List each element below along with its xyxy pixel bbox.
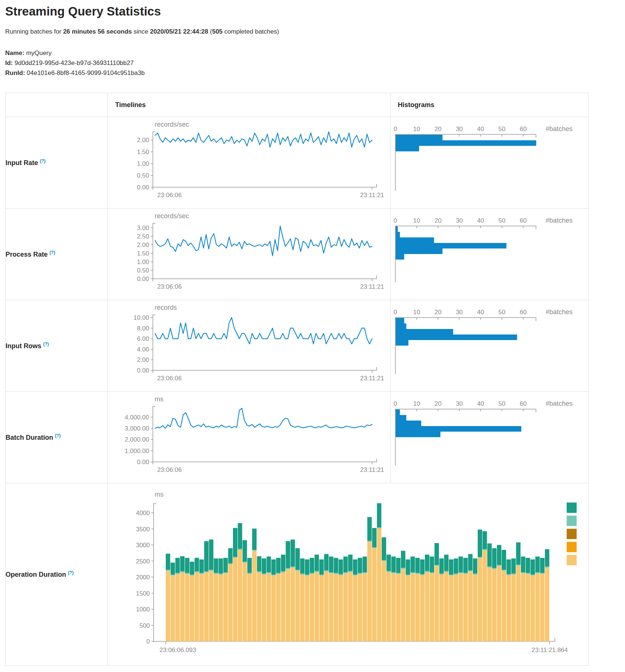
stacked-bar-bottom: [238, 550, 242, 641]
stacked-bar-bottom: [190, 576, 194, 641]
stacked-bar-middle: [238, 549, 242, 550]
summary-prefix: Running batches for: [5, 28, 63, 35]
stacked-bar-top: [430, 556, 434, 572]
stacked-bar-bottom: [545, 568, 549, 641]
stacked-bar-bottom: [339, 575, 343, 641]
stacked-bar-top: [219, 559, 223, 574]
stacked-bar-top: [391, 556, 396, 572]
stacked-bar-top: [271, 559, 276, 575]
svg-text:0: 0: [394, 217, 397, 224]
stacked-bar-bottom: [276, 574, 281, 641]
stacked-bar-middle: [199, 573, 204, 574]
stacked-bar-bottom: [521, 573, 525, 641]
stacked-bar-bottom: [223, 573, 228, 641]
svg-text:40: 40: [477, 217, 484, 224]
svg-text:10: 10: [413, 126, 420, 133]
svg-text:10: 10: [413, 400, 420, 407]
stacked-bar-bottom: [252, 551, 257, 641]
timeline-line: [155, 408, 372, 429]
stacked-bar-bottom: [396, 574, 401, 641]
query-runid-row: RunId: 04e101e6-8bf8-4165-9099-9104c951b…: [5, 68, 620, 78]
stacked-bar-bottom: [454, 575, 458, 641]
stacked-bar-bottom: [291, 568, 295, 641]
histogram-bar: [395, 323, 406, 329]
stacked-bar-top: [411, 556, 415, 572]
x-axis: [153, 275, 377, 279]
svg-text:50: 50: [498, 309, 505, 316]
histogram-bar: [395, 232, 400, 237]
stacked-bar-bottom: [382, 561, 386, 642]
stacked-bar-middle: [454, 573, 458, 575]
stacked-bar-middle: [247, 573, 252, 574]
stacked-bar-top: [281, 555, 285, 571]
stacked-bar-bottom: [516, 566, 521, 641]
table-row-input-rate: Input Rate (?) records/sec0.000.501.001.…: [6, 117, 589, 209]
histogram-bar: [395, 140, 536, 146]
stacked-bar-top: [204, 541, 209, 572]
query-metadata: Name: myQuery Id: 9d0dd219-995d-423e-b97…: [5, 48, 620, 78]
stacked-bar-bottom: [329, 573, 333, 641]
stacked-bar-top: [199, 559, 204, 573]
stacked-bar-bottom: [286, 569, 290, 641]
svg-text:40: 40: [477, 309, 484, 316]
svg-text:2500: 2500: [136, 558, 150, 565]
svg-text:0.50: 0.50: [137, 267, 149, 274]
unit-label: ms: [155, 491, 164, 498]
help-icon-operation-duration[interactable]: (?): [68, 570, 73, 575]
stacked-bar-top: [521, 556, 525, 572]
svg-text:50: 50: [498, 217, 505, 224]
stacked-bar-middle: [473, 573, 477, 575]
svg-text:50: 50: [498, 126, 505, 133]
stacked-bar-top: [492, 548, 497, 568]
stacked-bar-top: [180, 556, 185, 571]
legend-swatch[interactable]: [567, 516, 577, 526]
summary-duration: 26 minutes 56 seconds: [63, 28, 132, 35]
stacked-bar-top: [415, 558, 420, 573]
table-row-process-rate: Process Rate (?) records/sec0.000.501.00…: [6, 209, 589, 300]
help-icon-input-rows[interactable]: (?): [43, 342, 49, 347]
svg-text:23:11:21: 23:11:21: [360, 466, 384, 473]
stacked-bar-bottom: [387, 572, 391, 641]
stacked-bar-middle: [252, 550, 257, 551]
stacked-bar-middle: [257, 571, 261, 572]
stacked-bar-top: [358, 558, 362, 573]
legend-swatch[interactable]: [567, 503, 577, 513]
legend-swatch[interactable]: [567, 555, 577, 565]
stacked-bar-bottom: [367, 542, 372, 641]
help-icon-process-rate[interactable]: (?): [49, 250, 55, 255]
help-icon-input-rate[interactable]: (?): [40, 158, 45, 164]
stacked-bar-top: [439, 559, 444, 574]
batch-duration-histogram-chart: 0102030405060#batches: [391, 392, 588, 483]
legend-swatch[interactable]: [567, 542, 577, 552]
input-rate-histogram-chart: 0102030405060#batches: [391, 117, 588, 208]
stacked-bar-top: [483, 531, 487, 549]
stacked-bar-middle: [175, 573, 180, 574]
stacked-bar-top: [171, 563, 175, 575]
operation-duration-stacked-chart: ms0500100015002000250030003500400023:06:…: [108, 483, 588, 665]
legend-swatch[interactable]: [567, 529, 577, 539]
stacked-bar-middle: [463, 573, 468, 574]
stacked-bar-top: [214, 559, 218, 573]
stacked-bar-middle: [295, 570, 300, 571]
stacked-bar-middle: [267, 572, 271, 573]
stacked-bar-middle: [305, 575, 309, 576]
stacked-bar-top: [252, 529, 257, 550]
stacked-bar-bottom: [415, 574, 420, 641]
stacked-bar-bottom: [228, 564, 233, 641]
stacked-bar-middle: [367, 541, 372, 542]
query-id-value: 9d0dd219-995d-423e-b97d-36931110bb27: [13, 59, 134, 66]
stacked-bar-middle: [377, 527, 381, 528]
stacked-bar-middle: [281, 571, 285, 572]
stacked-bar-bottom: [468, 571, 473, 641]
stacked-bar-bottom: [363, 573, 367, 641]
stacked-bar-top: [387, 555, 391, 571]
stacked-bar-bottom: [530, 576, 535, 641]
stacked-bar-top: [449, 559, 453, 575]
svg-text:60: 60: [519, 126, 526, 133]
stacked-bar-middle: [506, 574, 511, 575]
help-icon-batch-duration[interactable]: (?): [55, 433, 61, 438]
stacked-bar-top: [511, 559, 516, 574]
svg-text:20: 20: [435, 126, 442, 133]
table-row-batch-duration: Batch Duration (?) ms0.001,000.002,000.0…: [6, 392, 589, 483]
y-axis: [153, 315, 155, 370]
